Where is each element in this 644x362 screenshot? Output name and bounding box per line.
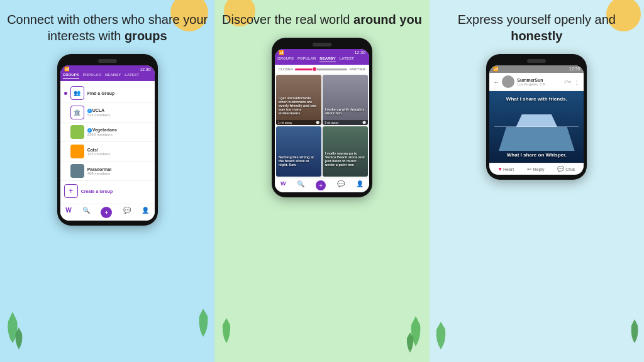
panel-1-title: Connect with others who share your inter… bbox=[6, 11, 208, 44]
post-actions: ♥ Heart ↩ Reply 💬 Chat bbox=[489, 163, 584, 175]
chat-nav-icon[interactable]: 💬 bbox=[123, 207, 131, 218]
whisper-nav-icon[interactable]: W bbox=[65, 207, 71, 218]
tab-nearby-latest[interactable]: LATEST bbox=[340, 57, 354, 62]
list-item[interactable]: 🏛️ ✓UCLA 523 members bbox=[60, 103, 155, 123]
panel-2-title: Discover the real world around you bbox=[222, 11, 422, 28]
tab-nearby-groups[interactable]: GROUPS bbox=[277, 57, 294, 62]
slider-thumb[interactable] bbox=[312, 67, 317, 72]
panel-groups: Connect with others who share your inter… bbox=[0, 0, 214, 362]
whisper-nav-2[interactable]: W bbox=[280, 180, 286, 190]
reply-icon: ↩ bbox=[527, 166, 532, 172]
meme-image: What I share with friends. What I share … bbox=[489, 91, 584, 163]
phone-notch-3 bbox=[527, 59, 546, 63]
leaf-decoration-8 bbox=[628, 319, 641, 343]
panel-express: Express yourself openly and honestly 📶 1… bbox=[430, 0, 644, 362]
status-bar-2: 📶 12:30 bbox=[275, 49, 369, 57]
user-avatar bbox=[502, 75, 514, 88]
list-item[interactable]: 👥 Find a Group bbox=[60, 84, 155, 103]
panel-3-title: Express yourself openly and honestly bbox=[436, 11, 638, 44]
phone-1: 📶 12:30 GROUPS POPULAR NEARBY LATEST 👥 F… bbox=[57, 54, 158, 226]
leaf-decoration-6 bbox=[219, 318, 233, 343]
verified-badge-2: ✓ bbox=[87, 128, 92, 133]
verified-badge: ✓ bbox=[87, 109, 92, 113]
search-nav-icon[interactable]: 🔍 bbox=[82, 207, 90, 218]
card-text-2: I woke up with thoughts about him bbox=[323, 106, 368, 116]
leaf-decoration-2 bbox=[13, 327, 25, 349]
create-group-item[interactable]: + Create a Group bbox=[60, 181, 155, 201]
leaf-decoration-5 bbox=[404, 332, 416, 353]
phone-2-screen: 📶 12:30 GROUPS POPULAR NEARBY LATEST CLO… bbox=[275, 49, 369, 192]
iceberg-visual bbox=[494, 102, 579, 152]
reply-action[interactable]: ↩ Reply bbox=[527, 166, 545, 172]
tab-nearby-nearby[interactable]: NEARBY bbox=[319, 57, 335, 62]
phone-1-screen: 📶 12:30 GROUPS POPULAR NEARBY LATEST 👥 F… bbox=[60, 65, 155, 221]
tab-nearby[interactable]: NEARBY bbox=[105, 73, 121, 79]
bottom-nav-2: W 🔍 + 💬 👤 bbox=[275, 178, 369, 192]
compose-fab-2[interactable]: + bbox=[316, 180, 326, 190]
back-arrow-icon[interactable]: ← bbox=[493, 79, 499, 85]
list-item[interactable]: ✓Vegetarians 2368 members bbox=[60, 123, 155, 142]
tab-popular[interactable]: POPULAR bbox=[83, 73, 101, 79]
chat-icon: 💬 bbox=[557, 166, 564, 172]
group-image-paranormal bbox=[70, 164, 84, 178]
status-bar-1: 📶 12:30 bbox=[60, 65, 155, 73]
bottom-nav-1: W 🔍 + 💬 👤 bbox=[60, 204, 155, 221]
card-footer-1: 1 mi away 💬 bbox=[276, 120, 321, 125]
leaf-decoration-7 bbox=[433, 322, 449, 349]
leaf-decoration-3 bbox=[196, 309, 211, 337]
slider-track[interactable] bbox=[295, 69, 348, 70]
group-image-vegetarians bbox=[70, 125, 84, 139]
card-footer-2: 3 mi away 💬 bbox=[323, 120, 368, 125]
nearby-cards-grid: I get uncomfortable when customers are o… bbox=[275, 74, 369, 178]
phone-3-screen: 📶 12:30 ← SummerSun Los Angeles, CA 17m … bbox=[489, 65, 584, 175]
compose-fab[interactable]: + bbox=[101, 207, 112, 218]
group-image-cats bbox=[70, 145, 84, 158]
profile-nav-2[interactable]: 👤 bbox=[356, 180, 364, 190]
nearby-card-4[interactable]: I really wanna go to Venice Beach alone … bbox=[323, 126, 368, 177]
nearby-card-2[interactable]: I woke up with thoughts about him 3 mi a… bbox=[323, 75, 368, 125]
status-bar-3: 📶 12:30 bbox=[489, 65, 584, 73]
groups-tabs: GROUPS POPULAR NEARBY LATEST bbox=[60, 73, 155, 81]
list-item[interactable]: Paranormal 469 members bbox=[60, 162, 155, 181]
heart-action[interactable]: ♥ Heart bbox=[499, 166, 514, 172]
chat-action[interactable]: 💬 Chat bbox=[557, 166, 575, 172]
people-icon: 👥 bbox=[70, 86, 84, 100]
phone-notch-1 bbox=[98, 59, 117, 63]
phone-notch-2 bbox=[313, 43, 331, 47]
plus-icon: + bbox=[64, 184, 78, 198]
whisper-post-header: ← SummerSun Los Angeles, CA 17m ⋮ bbox=[489, 73, 584, 91]
tab-groups[interactable]: GROUPS bbox=[63, 73, 79, 79]
building-icon: 🏛️ bbox=[70, 106, 84, 119]
list-item[interactable]: Cats! 125 members bbox=[60, 142, 155, 162]
more-icon[interactable]: ⋮ bbox=[574, 79, 580, 85]
heart-icon: ♥ bbox=[499, 166, 502, 172]
card-text-1: I get uncomfortable when customers are o… bbox=[276, 95, 321, 116]
phone-3: 📶 12:30 ← SummerSun Los Angeles, CA 17m … bbox=[486, 54, 587, 180]
search-nav-2[interactable]: 🔍 bbox=[297, 180, 304, 190]
nearby-card-3[interactable]: Nothing like sitting at the beach alone … bbox=[276, 126, 321, 177]
nearby-card-1[interactable]: I get uncomfortable when customers are o… bbox=[276, 75, 321, 125]
tab-nearby-popular[interactable]: POPULAR bbox=[297, 57, 316, 62]
phone-2: 📶 12:30 GROUPS POPULAR NEARBY LATEST CLO… bbox=[272, 38, 372, 197]
distance-slider: CLOSER FARTHER bbox=[275, 65, 369, 74]
card-text-3: Nothing like sitting at the beach alone … bbox=[276, 154, 321, 168]
meme-inner: What I share with friends. What I share … bbox=[489, 91, 584, 163]
tab-latest[interactable]: LATEST bbox=[125, 73, 139, 79]
dot-indicator bbox=[64, 92, 67, 95]
nearby-tabs: GROUPS POPULAR NEARBY LATEST bbox=[275, 57, 369, 65]
groups-list: 👥 Find a Group 🏛️ ✓UCLA 523 members bbox=[60, 81, 155, 204]
chat-nav-2[interactable]: 💬 bbox=[337, 180, 345, 190]
card-text-4: I really wanna go to Venice Beach alone … bbox=[323, 150, 368, 168]
profile-nav-icon[interactable]: 👤 bbox=[142, 207, 149, 218]
panel-nearby: Discover the real world around you 📶 12:… bbox=[214, 0, 429, 362]
